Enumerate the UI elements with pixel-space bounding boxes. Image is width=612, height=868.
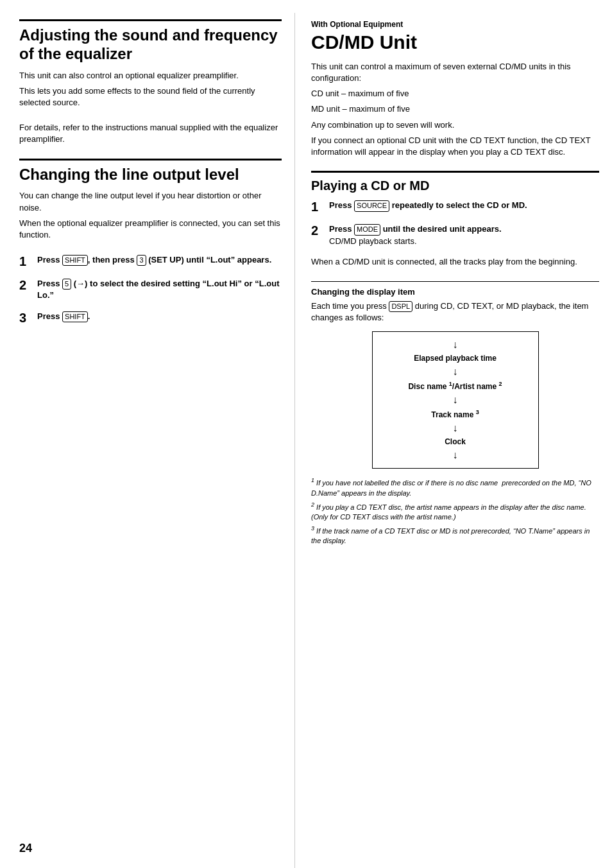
page: Adjusting the sound and frequency of the… [0,0,612,868]
kbd-dspl: DSPL [389,301,412,312]
left-column: Adjusting the sound and frequency of the… [0,13,295,868]
section2-para1: You can change the line output level if … [19,190,282,213]
right-para4: Any combination up to seven will work. [311,119,599,131]
flow-arrow-3: ↓ [453,423,458,433]
step-3: 3 Press SHIFT. [19,311,282,326]
divider-right [311,171,599,173]
cdmd-title: CD/MD Unit [311,31,599,53]
step2-number: 2 [19,278,33,293]
right-para2: CD unit – maximum of five [311,88,599,100]
kbd-mode: MODE [354,224,380,235]
flow-item-4: Clock [438,435,472,449]
right-para1: This unit can control a maximum of seven… [311,61,599,84]
flow-arrow-2: ↓ [453,395,458,405]
flow-arrow-1: ↓ [453,367,458,377]
kbd-5: 5 [62,279,71,290]
right-step-2: 2 Press MODE until the desired unit appe… [311,223,599,247]
section2-para2: When the optional equalizer preamplifier… [19,218,282,241]
right-step2-sub: CD/MD playback starts. [329,236,417,246]
divider-1 [19,19,282,21]
step-1: 1 Press SHIFT, then press 3 (SET UP) unt… [19,254,282,269]
right-column: With Optional Equipment CD/MD Unit This … [295,13,612,868]
step1-number: 1 [19,254,33,269]
step3-number: 3 [19,311,33,326]
flow-item-1: Elapsed playback time [407,351,503,365]
section1-para3: For details, refer to the instructions m… [19,122,282,145]
flow-item-3: Track name 3 [425,406,485,422]
right-step2-number: 2 [311,223,325,238]
divider-subsection [311,281,599,282]
section1-para1: This unit can also control an optional e… [19,70,282,82]
subsection-title: Changing the display item [311,287,599,297]
subsection-para-text1: Each time you press [311,301,389,311]
footnote-1: 1 If you have not labelled the disc or i… [311,476,599,498]
kbd-shift-2: SHIFT [62,311,88,322]
right-step1-content: Press SOURCE repeatedly to select the CD… [329,200,599,211]
page-number: 24 [19,842,32,855]
kbd-shift-1: SHIFT [62,255,88,266]
with-optional-label: With Optional Equipment [311,19,599,30]
right-para5: If you connect an optional CD unit with … [311,135,599,158]
section2-title: Changing the line output level [19,166,282,184]
right-para3: MD unit – maximum of five [311,103,599,115]
section1-title: Adjusting the sound and frequency of the… [19,26,282,64]
right-step-1: 1 Press SOURCE repeatedly to select the … [311,200,599,214]
step3-content: Press SHIFT. [37,311,282,322]
playing-title: Playing a CD or MD [311,178,599,193]
step1-content: Press SHIFT, then press 3 (SET UP) until… [37,254,282,266]
step2-content: Press 5 (→) to select the desired settin… [37,278,282,302]
kbd-source: SOURCE [354,200,389,211]
right-para-after: When a CD/MD unit is connected, all the … [311,256,599,268]
kbd-3: 3 [137,255,146,266]
footnote-3: 3 If the track name of a CD TEXT disc or… [311,525,599,546]
section1-para2: This lets you add some effects to the so… [19,85,282,108]
flow-arrow-top: ↓ [453,340,458,350]
flow-arrow-bottom: ↓ [453,450,458,460]
flowchart: ↓ Elapsed playback time ↓ Disc name 1/Ar… [372,331,539,469]
step-2: 2 Press 5 (→) to select the desired sett… [19,278,282,302]
flow-item-2: Disc name 1/Artist name 2 [402,378,508,394]
footnotes: 1 If you have not labelled the disc or i… [311,476,599,546]
subsection-para: Each time you press DSPL during CD, CD T… [311,300,599,324]
footnote-2: 2 If you play a CD TEXT disc, the artist… [311,501,599,522]
right-step1-number: 1 [311,200,325,214]
right-step2-content: Press MODE until the desired unit appear… [329,223,599,247]
divider-2 [19,159,282,161]
